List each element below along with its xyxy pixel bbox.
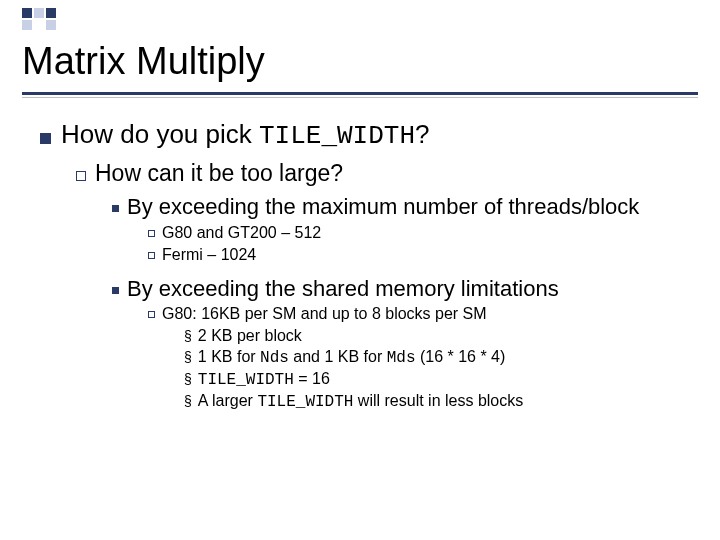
slide-title: Matrix Multiply [22, 40, 265, 83]
text: 2 KB per block [198, 327, 302, 344]
small-hollow-bullet-icon [148, 252, 155, 259]
code-text: Nds [260, 349, 289, 367]
code-text: TILE_WIDTH [259, 121, 415, 151]
bullet-level2: How can it be too large? [76, 159, 698, 188]
bullet-level5-group: §2 KB per block §1 KB for Nds and 1 KB f… [184, 326, 698, 412]
bullet-level5: §2 KB per block [184, 326, 698, 346]
small-hollow-bullet-icon [148, 230, 155, 237]
slide-body: How do you pick TILE_WIDTH? How can it b… [40, 118, 698, 413]
divider-thick [22, 92, 698, 95]
code-text: TILE_WIDTH [257, 393, 353, 411]
square-bullet-icon [40, 133, 51, 144]
text: 1 KB for [198, 348, 260, 365]
text: will result in less blocks [353, 392, 523, 409]
code-text: TILE_WIDTH [198, 371, 294, 389]
small-square-bullet-icon [112, 287, 119, 294]
section-bullet-icon: § [184, 393, 192, 411]
small-hollow-bullet-icon [148, 311, 155, 318]
bullet-level4: Fermi – 1024 [148, 245, 698, 265]
section-bullet-icon: § [184, 328, 192, 346]
hollow-square-bullet-icon [76, 171, 86, 181]
text: ? [415, 119, 429, 149]
text: (16 * 16 * 4) [416, 348, 506, 365]
text: Fermi – 1024 [162, 246, 256, 263]
text: G80: 16KB per SM and up to 8 blocks per … [162, 305, 487, 322]
text: = 16 [294, 370, 330, 387]
code-text: Mds [387, 349, 416, 367]
bullet-level4: G80 and GT200 – 512 [148, 223, 698, 243]
section-bullet-icon: § [184, 371, 192, 389]
text: G80 and GT200 – 512 [162, 224, 321, 241]
bullet-level4: G80: 16KB per SM and up to 8 blocks per … [148, 304, 698, 324]
bullet-level5: §A larger TILE_WIDTH will result in less… [184, 391, 698, 412]
bullet-level5: §1 KB for Nds and 1 KB for Mds (16 * 16 … [184, 347, 698, 368]
text: and 1 KB for [289, 348, 387, 365]
divider-thin [22, 97, 698, 98]
corner-decoration [22, 8, 58, 32]
text: How do you pick [61, 119, 259, 149]
section-bullet-icon: § [184, 349, 192, 367]
bullet-level3: By exceeding the shared memory limitatio… [112, 275, 698, 303]
text: How can it be too large? [95, 160, 343, 186]
text: A larger [198, 392, 258, 409]
text: By exceeding the shared memory limitatio… [127, 276, 559, 301]
small-square-bullet-icon [112, 205, 119, 212]
text: By exceeding the maximum number of threa… [127, 194, 639, 219]
bullet-level3: By exceeding the maximum number of threa… [112, 193, 698, 221]
bullet-level1: How do you pick TILE_WIDTH? [40, 118, 698, 153]
bullet-level5: §TILE_WIDTH = 16 [184, 369, 698, 390]
slide: Matrix Multiply How do you pick TILE_WID… [0, 0, 720, 540]
